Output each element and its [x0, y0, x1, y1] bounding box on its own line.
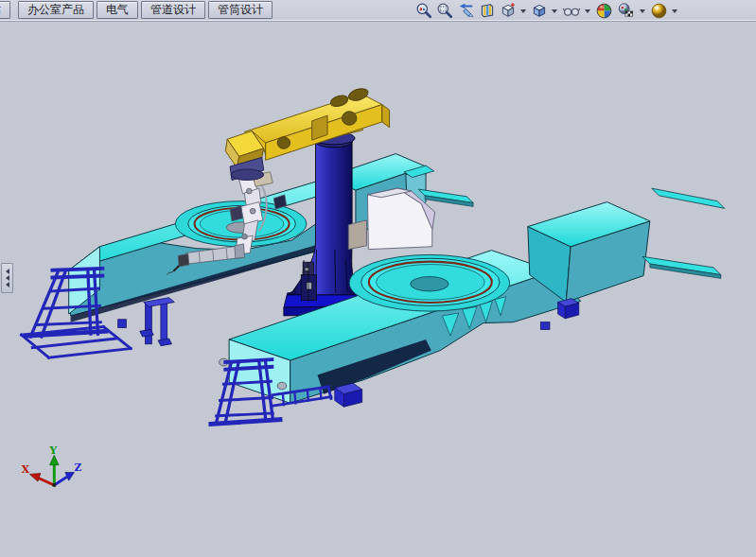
dropdown-arrow-icon[interactable] — [520, 9, 526, 13]
triad-y-label: Y — [48, 444, 57, 456]
front-beam-lug — [277, 382, 287, 390]
section-view-button[interactable] — [478, 1, 497, 20]
zoom-to-fit-button[interactable] — [414, 1, 433, 20]
tab-label: 管筒设计 — [218, 3, 263, 16]
collapse-arrow-icon — [6, 275, 9, 281]
view-toolbar — [413, 1, 680, 20]
hide-show-items-icon — [562, 2, 581, 19]
collapse-arrow-icon — [6, 282, 9, 287]
zoom-to-fit-icon — [415, 2, 432, 19]
view-orientation-button[interactable] — [499, 1, 518, 20]
hide-show-items-button[interactable] — [561, 1, 582, 20]
dropdown-arrow-icon[interactable] — [672, 9, 677, 13]
panel-collapse-tab[interactable] — [1, 263, 13, 293]
checkered-flag — [625, 10, 633, 15]
tab-piping-design[interactable]: 管道设计 — [141, 1, 205, 19]
view-settings-button[interactable] — [649, 1, 669, 20]
front-rotation-ring[interactable] — [361, 258, 500, 305]
tab-label: 评估 — [0, 3, 1, 16]
triad-x-label: X — [22, 463, 30, 475]
dropdown-arrow-icon[interactable] — [640, 9, 645, 13]
edit-appearance-button[interactable] — [594, 1, 614, 20]
display-style-icon — [531, 2, 548, 19]
previous-view-icon — [457, 2, 475, 19]
tab-tubing-design[interactable]: 管筒设计 — [208, 1, 273, 19]
command-tabs: 评估 办公室产品 电气 管道设计 管筒设计 — [0, 0, 275, 21]
front-ring-center-hole — [411, 277, 448, 291]
apply-scene-button[interactable] — [616, 1, 637, 20]
dropdown-arrow-icon[interactable] — [552, 9, 557, 13]
front-beam-tab-rear[interactable] — [652, 188, 725, 208]
torch-tip — [178, 253, 189, 266]
tab-electrical[interactable]: 电气 — [97, 1, 138, 19]
tab-evaluate[interactable]: 评估 — [0, 1, 10, 19]
view-orientation-icon — [500, 2, 517, 19]
tab-office-products[interactable]: 办公室产品 — [18, 1, 94, 19]
collapse-arrow-icon — [6, 269, 9, 274]
display-style-button[interactable] — [530, 1, 549, 20]
zoom-to-area-button[interactable] — [435, 1, 454, 20]
triad-z-label: Z — [74, 461, 81, 473]
previous-view-button[interactable] — [456, 1, 476, 20]
command-toolbar: 评估 办公室产品 电气 管道设计 管筒设计 — [0, 0, 756, 22]
view-settings-icon — [650, 2, 668, 20]
dropdown-arrow-icon[interactable] — [585, 9, 590, 13]
tab-label: 管道设计 — [150, 3, 196, 16]
orientation-triad: Y X Z — [22, 444, 82, 487]
zoom-to-area-icon — [436, 2, 453, 19]
edit-appearance-icon — [595, 2, 613, 20]
section-view-icon — [479, 2, 496, 19]
graphics-viewport[interactable]: Y X Z — [0, 22, 756, 557]
cad-model-scene[interactable]: Y X Z — [0, 22, 756, 557]
apply-scene-icon — [617, 2, 636, 20]
tab-label: 办公室产品 — [27, 3, 84, 16]
tab-label: 电气 — [106, 3, 129, 16]
